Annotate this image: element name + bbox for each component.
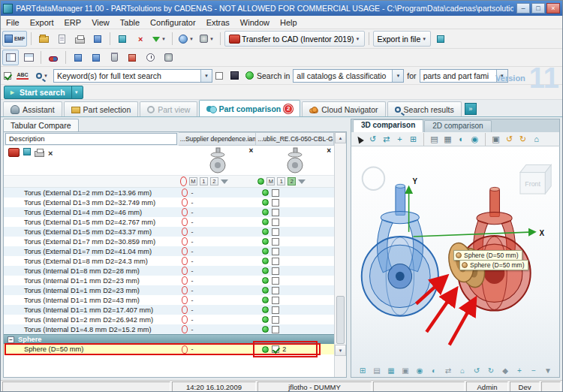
view-iso-icon[interactable]: ▦ [442, 134, 453, 145]
zoom-out-icon[interactable]: − [529, 366, 539, 375]
online-catalog-button[interactable]: ▼ [176, 31, 196, 47]
zoom-in-icon[interactable]: + [515, 366, 525, 375]
table-row[interactable]: Torus (External D1=5 mm D2=42.767 mm) - [4, 217, 334, 227]
tab-cloud-navigator[interactable]: Cloud Navigator [302, 101, 385, 116]
search-mode-button[interactable]: ▼ [34, 68, 50, 83]
cad-export-icon[interactable] [8, 148, 20, 157]
vertical-scrollbar[interactable]: ▲ ▼ [334, 132, 346, 377]
redo-icon[interactable]: ↻ [517, 134, 528, 145]
sphere-group-row[interactable]: − Sphere [4, 334, 334, 344]
table-row[interactable]: Torus (Internal D1=1 mm D2=23 mm) - [4, 276, 334, 285]
part-document-button[interactable] [53, 31, 70, 47]
wireframe-mode-icon[interactable]: ◉ [469, 134, 480, 145]
close-icon[interactable]: × [249, 146, 254, 155]
printer-icon[interactable] [35, 151, 44, 157]
assembly-button[interactable] [89, 31, 106, 47]
rotate-right-icon[interactable]: ↻ [486, 366, 496, 375]
delete-filter-button[interactable]: × [132, 31, 149, 47]
zoom-in-icon[interactable]: + [394, 134, 405, 145]
option-checkbox[interactable] [215, 72, 223, 80]
tab-part-selection[interactable]: Part selection [64, 101, 139, 116]
start-search-button[interactable]: ► Start search ▼ [4, 86, 83, 99]
part-column-header-1[interactable]: ...Supplier dependence.iam [179, 132, 257, 146]
view-cube[interactable]: Front [520, 164, 551, 194]
undo-icon[interactable]: ↺ [504, 134, 515, 145]
emp-view-button[interactable]: EMP [2, 31, 27, 47]
orbit-icon[interactable]: ↺ [367, 134, 378, 145]
feature-checkbox[interactable] [272, 209, 279, 216]
geometry-icon[interactable] [23, 148, 31, 155]
copy-part-button[interactable] [88, 50, 104, 65]
print-button[interactable] [71, 31, 88, 47]
scope-combobox[interactable]: parts and part fami ▼ [420, 69, 508, 83]
feature-checkbox[interactable] [272, 287, 279, 294]
menu-item[interactable]: Export [25, 17, 59, 29]
mode-1-button[interactable]: 1 [200, 177, 208, 185]
more-options-icon[interactable]: ▼ [543, 366, 553, 375]
layout-vertical-button[interactable] [2, 50, 19, 65]
part-thumbnail-2[interactable]: × [256, 146, 334, 175]
menu-item[interactable]: Window [235, 17, 275, 29]
feature-checkbox[interactable] [272, 345, 279, 353]
table-row[interactable]: Torus (External D1=4 mm D2=46 mm) - [4, 207, 334, 217]
mode-1-button[interactable]: 1 [277, 177, 285, 185]
close-icon[interactable]: × [327, 146, 331, 155]
chevron-down-icon[interactable]: ▼ [71, 86, 81, 98]
table-row[interactable]: Torus (External D1=2 mm D2=13.96 mm) - [4, 188, 334, 198]
chevron-down-icon[interactable]: ▼ [496, 70, 507, 82]
filter-icon[interactable] [298, 179, 306, 184]
home-view-icon[interactable]: ⌂ [531, 134, 542, 145]
table-view-button[interactable] [114, 31, 131, 47]
part-thumbnail-1[interactable]: × [179, 146, 257, 175]
menu-item[interactable]: Table [115, 17, 145, 29]
menu-item[interactable]: Extras [201, 17, 235, 29]
page-view-icon[interactable]: ▤ [372, 366, 382, 375]
feature-checkbox[interactable] [272, 189, 279, 197]
catalog-combobox[interactable]: all catalogs & classificatio ▼ [293, 69, 404, 83]
feature-checkbox[interactable] [272, 199, 279, 207]
feature-checkbox[interactable] [272, 306, 279, 314]
table-row[interactable]: Torus (External D1=8 mm D2=24.3 mm) - [4, 256, 334, 266]
collapse-icon[interactable]: − [8, 336, 14, 343]
fulltext-search-checkbox[interactable] [4, 72, 11, 80]
home-view-icon[interactable]: ⌂ [458, 366, 468, 375]
keyword-combobox[interactable]: Keyword(s) for full text search ▼ [53, 69, 212, 83]
feature-checkbox[interactable] [272, 228, 279, 236]
filter-icon[interactable] [221, 179, 228, 184]
open-project-button[interactable] [35, 31, 52, 47]
menu-item[interactable]: File [1, 17, 25, 29]
viewport-3d[interactable]: Front [351, 146, 560, 378]
close-button[interactable]: × [546, 3, 560, 14]
grid-view-icon[interactable]: ⊞ [358, 366, 368, 375]
sphere-row[interactable]: Sphere (D=50 mm) - 2 [4, 344, 334, 354]
table-row[interactable]: Torus (Internal D1=1 mm D2=23 mm) - [4, 285, 334, 295]
transfer-to-cad-button[interactable]: Transfer to CAD (Inventor 2019) ▼ [224, 31, 365, 47]
shading-icon[interactable]: ◐ [429, 366, 439, 375]
scrollbar-thumb[interactable] [336, 296, 345, 344]
feature-checkbox[interactable] [272, 238, 279, 246]
menu-item[interactable]: ERP [59, 17, 87, 29]
chevron-down-icon[interactable]: ▼ [200, 70, 212, 82]
description-column-header[interactable]: Description [5, 133, 177, 145]
rotate-widget-icon[interactable] [363, 167, 384, 189]
tab-3d-comparison[interactable]: 3D comparison [353, 119, 423, 132]
view-front-icon[interactable]: ▤ [429, 134, 440, 145]
feature-checkbox[interactable] [272, 267, 279, 275]
swap-views-icon[interactable]: ⇄ [444, 366, 453, 375]
feature-checkbox[interactable] [272, 326, 279, 333]
scroll-down-button[interactable]: ▼ [335, 345, 346, 356]
feature-checkbox[interactable] [272, 277, 279, 285]
close-icon[interactable]: × [48, 149, 53, 158]
tab-2d-comparison[interactable]: 2D comparison [424, 120, 491, 132]
cube-view-icon[interactable]: ▦ [387, 366, 396, 375]
mode-2-button[interactable]: 2 [210, 177, 218, 185]
chevron-down-icon[interactable]: ▼ [392, 70, 403, 82]
feature-checkbox[interactable] [272, 258, 279, 265]
select-cursor-icon[interactable] [354, 134, 365, 145]
connection-button[interactable] [45, 50, 62, 65]
shaded-mode-icon[interactable]: ◐ [456, 134, 467, 145]
tab-part-comparison[interactable]: Part comparison 2 [199, 100, 300, 116]
duplicate-part-button[interactable] [124, 50, 140, 65]
tab-part-view[interactable]: Part view [140, 101, 197, 116]
add-part-button[interactable] [70, 50, 86, 65]
